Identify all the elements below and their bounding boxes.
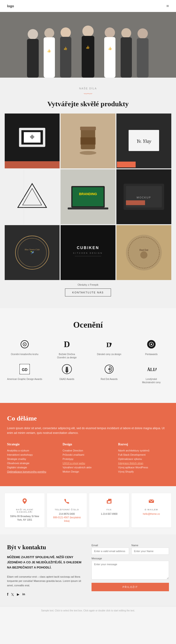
svg-text:GD: GD <box>22 368 28 372</box>
services-item[interactable]: Vývoj Shopify <box>118 470 169 473</box>
award-item-7: Red Dot Awards <box>89 364 129 384</box>
services-item link-style[interactable]: Optimalizace konverzního poměru <box>7 470 58 473</box>
services-item[interactable]: Analytika a výzkum <box>7 449 58 452</box>
section-wave: 〰〰 <box>0 92 176 96</box>
contact-card-fax-value: 1-214-567-8900 <box>92 512 126 516</box>
section-label: NAŠE DÍLA <box>0 87 176 90</box>
svg-text:BRANDING: BRANDING <box>79 192 97 196</box>
portfolio-item-4[interactable] <box>5 169 60 224</box>
contact-card-office: NAŠÍ HLAVNÍ KANCELÁŘI 59/Ho 99 Broadway … <box>5 493 44 528</box>
award-item-6: D&AD Awards <box>47 364 87 384</box>
award-icon-5: GD <box>20 364 30 376</box>
services-item[interactable]: Prototypy <box>63 458 114 460</box>
services-col-strategy-list: Analytika a výzkum Interaktivní workshop… <box>7 449 58 473</box>
portfolio-item-6[interactable]: MOCKUP <box>116 169 171 224</box>
svg-point-83 <box>110 500 111 501</box>
services-item[interactable]: Full-Stack Development <box>118 453 169 456</box>
works-section: NAŠE DÍLA 〰〰 Vytvářejte skvělé produkty <box>0 78 176 308</box>
award-item-8: ÅLIA LondýnskéMezinárodní ceny <box>132 364 171 384</box>
portfolio-item-9[interactable]: Red Dot <box>116 225 171 280</box>
svg-rect-35 <box>5 169 60 224</box>
svg-text:👍: 👍 <box>86 45 90 49</box>
contact-card-phone-title: TELEFONNÍ ČÍSLO <box>50 508 84 511</box>
award-icon-4 <box>146 339 156 351</box>
portfolio-item-8[interactable]: CUBIKEN KITCHEN DESIGN <box>60 225 116 280</box>
services-item[interactable]: Vývoj aplikace WordPress <box>118 466 169 469</box>
twitter-icon[interactable]: 𝕏 <box>11 592 14 597</box>
linkedin-icon[interactable]: in <box>22 592 25 597</box>
svg-text:MOCKUP: MOCKUP <box>136 196 151 199</box>
form-row-email-name: Email Name <box>92 544 169 555</box>
award-icon-1 <box>20 339 30 351</box>
location-icon <box>8 498 41 506</box>
contact-card-fax-title: FAX <box>92 508 126 511</box>
services-item[interactable]: Vytváření vizuálních aktiv <box>63 466 114 469</box>
svg-rect-48 <box>126 200 145 205</box>
services-item[interactable]: Digitální strategie <box>7 466 58 469</box>
services-item[interactable]: Optimalizace výkonu <box>118 458 169 460</box>
svg-point-2 <box>28 29 38 40</box>
services-section: Co děláme Lorem ipsum dolor sit amet, co… <box>0 403 176 486</box>
portfolio-item-3[interactable]: Yv. Ylay <box>116 114 171 168</box>
contact-card-fax: FAX 1-214-567-8900 <box>89 493 129 528</box>
svg-point-4 <box>44 28 54 38</box>
portfolio-item-7[interactable]: Blue Tennis Club 🎾 <box>5 225 60 280</box>
email-input[interactable] <box>92 548 129 555</box>
logo[interactable]: logo <box>7 4 14 8</box>
message-group: Message <box>92 557 169 580</box>
svg-text:D: D <box>64 340 70 349</box>
services-item[interactable]: Interaktivní workshopy <box>7 453 58 456</box>
svg-rect-81 <box>108 499 112 501</box>
svg-text:CUBIKEN: CUBIKEN <box>77 246 99 250</box>
services-item[interactable]: Návrh architektury systémů <box>118 449 169 452</box>
services-col-design-list: Creative Direction Průvodci značkami Pro… <box>63 449 114 473</box>
portfolio-item-5[interactable]: BRANDING <box>60 169 116 224</box>
name-label: Name <box>132 544 169 547</box>
awards-section: Ocenění Ocenění kreativního kruhu D Božs… <box>0 308 176 403</box>
services-col-design: Design Creative Direction Průvodci značk… <box>63 442 114 474</box>
contact-card-email-title: E-MAILEM <box>135 508 168 511</box>
services-item[interactable]: Integrace třetích stran <box>118 462 169 464</box>
award-icon-8: ÅLIA <box>146 364 156 376</box>
svg-text:KITCHEN DESIGN: KITCHEN DESIGN <box>73 252 103 254</box>
hero-image: 👍 👍 👍 👍 <box>0 12 176 78</box>
contact-form-section: Být v kontaktu MŮŽEME ZAJISTIT SPOLEHLIV… <box>0 534 176 606</box>
portfolio-item-2[interactable] <box>60 114 116 168</box>
contact-button[interactable]: KONTAKTUJTE NÁS <box>65 288 111 296</box>
award-icon-2: D <box>62 339 72 351</box>
svg-point-77 <box>108 368 110 370</box>
svg-point-10 <box>105 28 115 38</box>
menu-icon[interactable]: ≡ <box>166 3 169 9</box>
contact-card-phone-value: 214-9876-5400 888-0121-4567 (bezplatná l… <box>50 512 84 523</box>
award-icon-3: D ♦ <box>104 339 114 351</box>
services-item[interactable]: Strategie značky <box>7 458 58 460</box>
portfolio-grid: Yv. Ylay BRANDING <box>0 114 176 280</box>
form-right: Email Name Message PŘILOŽIT <box>92 544 169 597</box>
svg-rect-82 <box>108 501 110 503</box>
award-icon-7 <box>104 364 114 376</box>
name-input[interactable] <box>132 548 169 555</box>
svg-text:♦: ♦ <box>110 341 112 346</box>
services-item[interactable]: Průvodci značkami <box>63 453 114 456</box>
services-item[interactable]: Obsahová strategie <box>7 462 58 464</box>
services-item[interactable]: UX/UI a vývoj webu <box>63 462 114 464</box>
services-item[interactable]: Motion Design <box>63 470 114 473</box>
navigation: logo ≡ <box>0 0 176 12</box>
svg-rect-43 <box>68 208 108 210</box>
svg-point-62 <box>140 252 148 259</box>
contact-info-section: NAŠÍ HLAVNÍ KANCELÁŘI 59/Ho 99 Broadway … <box>0 486 176 534</box>
svg-rect-7 <box>60 37 71 78</box>
portfolio-item-1[interactable] <box>5 114 60 168</box>
award-label-2: Božské DívčinaOcenění za design <box>57 353 76 359</box>
svg-point-14 <box>138 28 148 39</box>
services-col-development-list: Návrh architektury systémů Full-Stack De… <box>118 449 169 473</box>
award-item-2: D Božské DívčinaOcenění za design <box>47 339 87 359</box>
message-input[interactable] <box>92 561 169 580</box>
services-item[interactable]: Creative Direction <box>63 449 114 452</box>
submit-button[interactable]: PŘILOŽIT <box>92 583 169 591</box>
facebook-icon[interactable]: f <box>7 592 8 597</box>
form-description: MŮŽEME ZAJISTIT SPOLEHLIVĚ. NIŽŠÍ CENY J… <box>7 555 84 588</box>
youtube-icon[interactable]: ▶ <box>17 592 20 597</box>
svg-rect-15 <box>137 38 148 78</box>
svg-rect-34 <box>117 162 136 168</box>
